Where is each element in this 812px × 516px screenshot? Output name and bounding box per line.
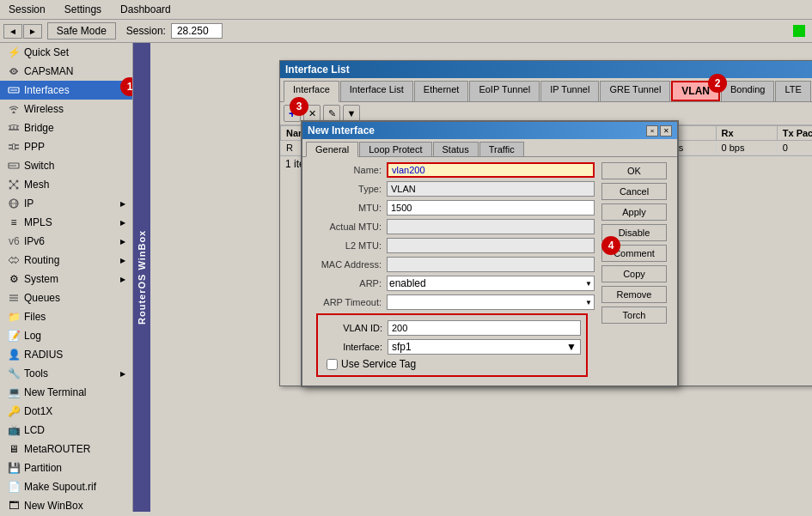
tab-ethernet[interactable]: Ethernet: [414, 81, 469, 101]
copy-button[interactable]: Copy: [601, 265, 667, 282]
sidebar-item-files[interactable]: 📁 Files: [0, 307, 132, 326]
tab-ip-tunnel[interactable]: IP Tunnel: [540, 81, 599, 101]
arp-select[interactable]: enabled ▼: [387, 276, 595, 291]
sidebar-item-tools[interactable]: 🔧 Tools: [0, 364, 132, 383]
sidebar-item-mesh[interactable]: Mesh: [0, 175, 132, 194]
lcd-icon: 📺: [7, 423, 21, 437]
session-label: Session:: [126, 25, 166, 37]
sidebar-item-label: Make Supout.rif: [24, 481, 96, 493]
edit-interface-button[interactable]: ✎: [323, 105, 340, 122]
tab-vlan[interactable]: VLAN 2: [671, 81, 720, 101]
tab-eoip-tunnel[interactable]: EoIP Tunnel: [469, 81, 540, 101]
tab-lte[interactable]: LTE: [775, 81, 810, 101]
sidebar-item-ipv6[interactable]: v6 IPv6: [0, 232, 132, 251]
sidebar-item-label: Queues: [24, 292, 60, 304]
sidebar-item-bridge[interactable]: Bridge: [0, 118, 132, 137]
sidebar-item-make-supout[interactable]: 📄 Make Supout.rif: [0, 477, 132, 496]
sidebar-item-system[interactable]: ⚙ System: [0, 270, 132, 288]
menu-settings[interactable]: Settings: [59, 2, 107, 17]
sidebar-item-partition[interactable]: 💾 Partition: [0, 458, 132, 477]
vlan-interface-select[interactable]: sfp1 ▼: [388, 339, 581, 355]
make-supout-icon: 📄: [7, 480, 21, 494]
comment-button[interactable]: Comment: [601, 245, 667, 262]
sidebar-item-radius[interactable]: 👤 RADIUS: [0, 345, 132, 364]
dialog-tab-bar: General Loop Protect Status Traffic: [302, 139, 677, 157]
dtab-status[interactable]: Status: [433, 142, 479, 156]
queues-icon: [7, 291, 21, 305]
service-tag-row: Use Service Tag: [323, 358, 581, 370]
remove-interface-button[interactable]: ✕: [303, 105, 321, 122]
tab-gre-tunnel[interactable]: GRE Tunnel: [600, 81, 670, 101]
sidebar-item-routing[interactable]: Routing: [0, 251, 132, 270]
winbox-label: RouterOS WinBox: [133, 43, 150, 512]
sidebar-item-capsman[interactable]: CAPsMAN: [0, 62, 132, 81]
partition-icon: 💾: [7, 461, 21, 475]
cancel-button[interactable]: Cancel: [601, 183, 667, 200]
svg-rect-12: [13, 144, 15, 150]
dtab-traffic[interactable]: Traffic: [479, 142, 524, 156]
switch-icon: [7, 159, 21, 173]
sidebar-item-dot1x[interactable]: 🔑 Dot1X: [0, 402, 132, 421]
name-input[interactable]: [387, 162, 595, 178]
safe-mode-button[interactable]: Safe Mode: [47, 22, 116, 39]
routing-icon: [7, 253, 21, 267]
new-terminal-icon: 💻: [7, 385, 21, 399]
menu-session[interactable]: Session: [3, 2, 51, 17]
dtab-general[interactable]: General: [306, 142, 358, 157]
sidebar-item-lcd[interactable]: 📺 LCD: [0, 421, 132, 440]
sidebar-item-label: Log: [24, 330, 41, 342]
disable-button[interactable]: Disable: [601, 224, 667, 241]
sidebar-item-label: PPP: [24, 141, 45, 153]
sidebar-item-ip[interactable]: IP: [0, 194, 132, 213]
dialog-minimize-button[interactable]: ×: [646, 125, 658, 137]
mtu-input[interactable]: [387, 200, 595, 216]
back-button[interactable]: ◄: [3, 24, 22, 39]
service-tag-checkbox[interactable]: [327, 359, 338, 370]
tab-interface-list[interactable]: Interface List: [340, 81, 413, 101]
form-right-panel: OK Cancel Apply Disable Comment Copy Rem…: [601, 162, 670, 380]
menu-dashboard[interactable]: Dashboard: [115, 2, 176, 17]
log-icon: 📝: [7, 329, 21, 343]
filter-button[interactable]: ▼: [343, 105, 360, 122]
tab-bonding[interactable]: Bonding: [721, 81, 774, 101]
sidebar-item-log[interactable]: 📝 Log: [0, 326, 132, 345]
tab-interface[interactable]: Interface: [284, 81, 339, 102]
sidebar-item-wireless[interactable]: Wireless: [0, 100, 132, 118]
sidebar-item-label: IPv6: [24, 235, 45, 247]
forward-button[interactable]: ►: [23, 24, 42, 39]
mtu-label: MTU:: [309, 203, 387, 213]
arp-timeout-select[interactable]: ▼: [387, 294, 595, 310]
type-row: Type:: [309, 181, 595, 197]
interfaces-icon: [7, 83, 21, 97]
sidebar-item-mpls[interactable]: ≡ MPLS: [0, 213, 132, 232]
dialog-close-button[interactable]: ✕: [660, 125, 672, 137]
sidebar-item-ppp[interactable]: PPP: [0, 137, 132, 156]
l2mtu-input: [387, 238, 595, 253]
remove-button[interactable]: Remove: [601, 286, 667, 303]
col-header-tx-packet[interactable]: Tx Packet (p/s): [777, 126, 812, 141]
table-cell-tx-packet: 0: [777, 141, 812, 155]
dtab-loop-protect[interactable]: Loop Protect: [359, 142, 431, 156]
dialog-title: New Interface × ✕: [302, 122, 677, 139]
sidebar-item-new-terminal[interactable]: 💻 New Terminal: [0, 383, 132, 402]
sidebar-item-label: IP: [24, 197, 34, 209]
sidebar-item-interfaces[interactable]: Interfaces 1: [0, 81, 132, 100]
sidebar-item-metarouter[interactable]: 🖥 MetaROUTER: [0, 440, 132, 458]
add-interface-button[interactable]: + 3: [284, 105, 301, 122]
ok-button[interactable]: OK: [601, 162, 667, 179]
name-row: Name:: [309, 162, 595, 178]
torch-button[interactable]: Torch: [601, 307, 667, 324]
sidebar-item-queues[interactable]: Queues: [0, 288, 132, 307]
sidebar-item-label: New Terminal: [24, 386, 86, 398]
mac-address-input: [387, 257, 595, 272]
vlan-id-input[interactable]: [388, 320, 581, 336]
mpls-icon: ≡: [7, 216, 21, 229]
sidebar-item-quick-set[interactable]: ⚡ Quick Set: [0, 43, 132, 62]
type-label: Type:: [309, 184, 387, 194]
sidebar-item-switch[interactable]: Switch: [0, 156, 132, 175]
col-header-rx[interactable]: Rx: [716, 126, 777, 141]
apply-button[interactable]: Apply: [601, 203, 667, 221]
sidebar-item-new-winbox[interactable]: 🗔 New WinBox: [0, 496, 132, 512]
sidebar-item-label: Wireless: [24, 103, 64, 115]
files-icon: 📁: [7, 310, 21, 324]
